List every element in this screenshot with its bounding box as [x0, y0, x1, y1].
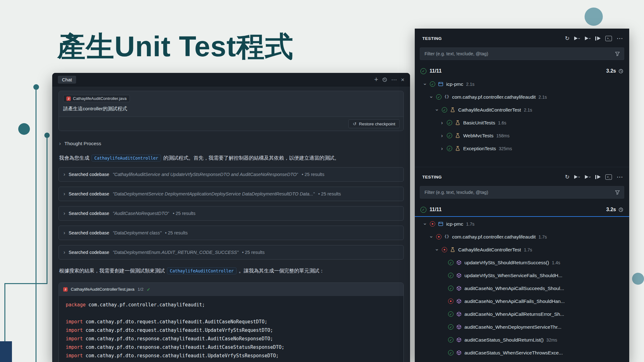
- chevron-down-icon[interactable]: ›: [429, 95, 434, 99]
- run-dropdown-chevron[interactable]: ›: [577, 176, 582, 178]
- test-tree-row[interactable]: › {} com.cathay.pf.controller.cathaylife…: [415, 230, 629, 243]
- filter-funnel-icon[interactable]: [615, 190, 620, 195]
- run-tests-icon[interactable]: ›: [574, 175, 580, 179]
- test-tree-row[interactable]: auditCaseStatus_WhenServiceThrowsExce...: [415, 346, 629, 359]
- focus-indicator: [415, 216, 629, 217]
- close-icon[interactable]: ×: [401, 77, 404, 83]
- test-tree: › icp-pmc 2.1s › {} com.cathay.pf.contro…: [415, 78, 629, 156]
- chevron-right-icon: ›: [64, 250, 65, 255]
- test-pass-icon: [442, 107, 447, 112]
- test-tree-row[interactable]: › icp-pmc 2.1s: [415, 78, 629, 90]
- test-filter-input[interactable]: [424, 51, 612, 57]
- test-tree-row[interactable]: › icp-pmc 1.7s: [415, 217, 629, 230]
- show-output-icon[interactable]: >_: [605, 174, 612, 180]
- test-suite-icon: [455, 146, 460, 151]
- chevron-right-icon: ›: [64, 211, 65, 216]
- test-tree-row[interactable]: › CathaylifeAuditControllerTest 1.7s: [415, 243, 629, 256]
- test-class-icon: [450, 107, 455, 112]
- test-tree-row[interactable]: auditCaseNo_WhenApiCallSucceeds_Shoul...: [415, 282, 629, 295]
- testing-header: TESTING ↻ › › >_ ⋯: [415, 171, 629, 183]
- testing-title: TESTING: [422, 175, 442, 179]
- run-with-coverage-icon[interactable]: [595, 175, 601, 179]
- restore-icon: ↺: [353, 121, 357, 126]
- test-tree-row[interactable]: updateVrfySts_ShouldReturnSuccess() 1.4s: [415, 256, 629, 269]
- run-tests-icon[interactable]: ›: [574, 36, 580, 41]
- inline-code-chip[interactable]: CathaylifeAuditController: [167, 267, 236, 274]
- test-tree: › icp-pmc 1.7s › {} com.cathay.pf.contro…: [415, 217, 629, 360]
- chevron-down-icon[interactable]: ›: [434, 248, 440, 252]
- code-block-header[interactable]: J CathaylifeAuditControllerTest.java 1/2…: [59, 283, 403, 296]
- test-tree-row[interactable]: › ExceptionTests 325ms: [415, 142, 629, 155]
- assistant-paragraph-2: 根據搜索的結果，我需要創建一個測試類來測試CathaylifeAuditCont…: [59, 267, 403, 275]
- chat-body: J CathaylifeAuditController.java 請產生這con…: [52, 86, 410, 362]
- new-chat-icon[interactable]: +: [374, 76, 378, 83]
- test-suite-icon: [455, 120, 460, 125]
- debug-dropdown-chevron[interactable]: ›: [587, 176, 592, 178]
- decor-circle-right-edge: [632, 273, 644, 285]
- test-tree-row[interactable]: auditCaseStatus_ShouldReturnList() 32ms: [415, 333, 629, 346]
- inline-code-chip[interactable]: CathaylifeAuditController: [92, 155, 161, 162]
- searched-codebase-row[interactable]: › Searched codebase "DataDeploymentEnum.…: [58, 245, 404, 260]
- test-tree-row[interactable]: › CathaylifeAuditControllerTest 2.1s: [415, 103, 629, 116]
- more-actions-icon[interactable]: ⋯: [617, 35, 623, 42]
- decor-line-horizontal: [4, 283, 47, 284]
- debug-dropdown-chevron[interactable]: ›: [587, 38, 592, 39]
- chevron-right-icon[interactable]: ›: [440, 146, 444, 151]
- run-with-coverage-icon[interactable]: [595, 36, 601, 41]
- test-tree-row[interactable]: › {} com.cathay.pf.controller.cathaylife…: [415, 90, 629, 103]
- chevron-down-icon[interactable]: ›: [422, 222, 428, 226]
- searched-codebase-row[interactable]: › Searched codebase "CathaylifeAuditServ…: [58, 167, 404, 182]
- copilot-chat-panel: Chat + ⋯ × J CathaylifeAuditController.j…: [52, 73, 410, 362]
- decor-line-vertical-1: [36, 90, 36, 362]
- test-tree-row[interactable]: auditCaseNo_WhenApiCallReturnsError_Sh..…: [415, 308, 629, 321]
- assistant-paragraph-1: 我會為您生成CathaylifeAuditController的測試程式。首先，…: [59, 154, 403, 162]
- test-pass-icon: [447, 133, 452, 138]
- test-filter-input[interactable]: [424, 189, 612, 195]
- searched-codebase-row[interactable]: › Searched codebase "DataDeploymentServi…: [58, 187, 404, 201]
- chevron-down-icon[interactable]: ›: [434, 108, 440, 112]
- tab-chat[interactable]: Chat: [58, 76, 76, 84]
- more-actions-icon[interactable]: ⋯: [391, 77, 397, 83]
- project-icon: [438, 81, 443, 87]
- attached-file-chip[interactable]: J CathaylifeAuditController.java: [63, 95, 130, 102]
- test-pass-icon: [448, 337, 453, 343]
- searched-codebase-row[interactable]: › Searched codebase "AuditCaseNoRequestD…: [58, 206, 404, 221]
- restore-checkpoint-button[interactable]: ↺ Restore checkpoint: [348, 119, 400, 128]
- refresh-tests-icon[interactable]: ↻: [565, 173, 569, 180]
- chevron-right-icon: ›: [64, 172, 65, 177]
- test-filter-box: [420, 47, 624, 60]
- thought-process-toggle[interactable]: › Thought Process: [59, 140, 403, 147]
- history-icon[interactable]: [382, 77, 387, 82]
- test-tree-row[interactable]: updateVrfySts_WhenServiceFails_ShouldH..…: [415, 269, 629, 282]
- refresh-tests-icon[interactable]: ↻: [565, 35, 569, 42]
- check-icon: ✓: [147, 287, 150, 292]
- user-request-card: J CathaylifeAuditController.java 請產生這con…: [58, 91, 404, 131]
- searched-codebase-row[interactable]: › Searched codebase "DataDeployment clas…: [58, 226, 404, 240]
- java-file-icon: J: [66, 96, 71, 101]
- run-dropdown-chevron[interactable]: ›: [577, 38, 582, 39]
- test-pass-icon: [448, 260, 453, 265]
- debug-tests-icon[interactable]: ›: [585, 36, 591, 41]
- test-pass-icon: [448, 324, 453, 330]
- chevron-right-icon[interactable]: ›: [440, 120, 444, 126]
- debug-tests-icon[interactable]: ›: [585, 175, 591, 179]
- test-method-icon: [456, 260, 462, 265]
- test-pass-icon: [420, 207, 426, 213]
- test-suite-icon: [455, 133, 460, 138]
- generated-code-block: J CathaylifeAuditControllerTest.java 1/2…: [58, 282, 404, 362]
- show-output-icon[interactable]: >_: [605, 36, 612, 41]
- test-tree-row[interactable]: › BasicUnitTests 1.6s: [415, 116, 629, 129]
- chevron-right-icon[interactable]: ›: [440, 133, 444, 139]
- chat-header: Chat + ⋯ ×: [52, 73, 410, 86]
- filter-funnel-icon[interactable]: [615, 51, 620, 57]
- test-pass-icon: [447, 120, 452, 125]
- chevron-down-icon[interactable]: ›: [429, 235, 434, 239]
- chevron-down-icon[interactable]: ›: [422, 82, 428, 86]
- more-actions-icon[interactable]: ⋯: [617, 173, 623, 181]
- test-fail-icon: [442, 247, 447, 252]
- test-tree-row[interactable]: › WebMvcTests 158ms: [415, 129, 629, 142]
- test-summary: 11/11: [430, 207, 441, 212]
- decor-circle-top-right: [585, 8, 603, 26]
- test-tree-row[interactable]: auditCaseNo_WhenApiCallFails_ShouldHan..…: [415, 295, 629, 308]
- test-tree-row[interactable]: auditCaseNo_WhenDeploymentServiceThr...: [415, 321, 629, 333]
